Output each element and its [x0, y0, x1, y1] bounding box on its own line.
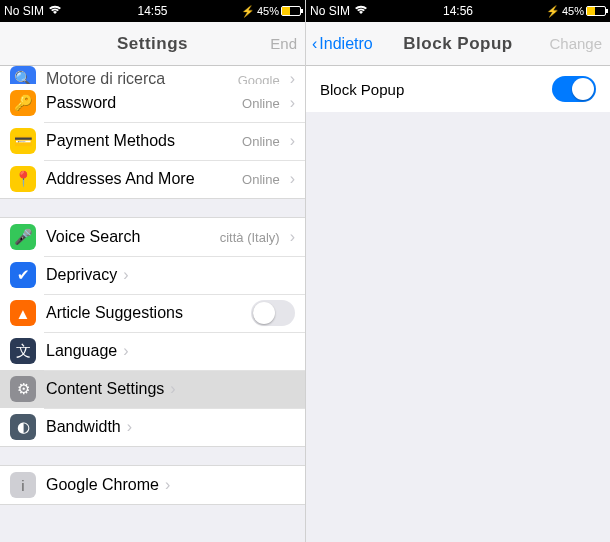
wifi-icon	[354, 4, 368, 18]
row-label: Content Settings	[46, 380, 164, 398]
row-label: Addresses And More	[46, 170, 195, 188]
clock-label: 14:56	[443, 4, 473, 18]
block-popup-toggle[interactable]	[552, 76, 596, 102]
settings-group-advanced: 🎤 Voice Search città (Italy) › ✔ Depriva…	[0, 217, 305, 447]
row-language[interactable]: 文 Language ›	[0, 332, 305, 370]
battery-pct: 45%	[562, 5, 584, 17]
row-bandwidth[interactable]: ◐ Bandwidth ›	[0, 408, 305, 446]
row-value: città (Italy)	[220, 230, 284, 245]
settings-screen: No SIM 14:55 ⚡ 45% Settings End 🔍 Motore…	[0, 0, 305, 542]
row-block-popup[interactable]: Block Popup	[306, 66, 610, 112]
row-value: Online	[242, 96, 284, 111]
row-label: Block Popup	[320, 81, 404, 98]
row-privacy[interactable]: ✔ Deprivacy ›	[0, 256, 305, 294]
chevron-right-icon: ›	[290, 94, 295, 112]
settings-group-about: i Google Chrome ›	[0, 465, 305, 505]
chevron-left-icon: ‹	[312, 35, 317, 53]
row-label: Bandwidth	[46, 418, 121, 436]
location-icon: 📍	[10, 166, 36, 192]
nav-change-button[interactable]: Change	[549, 35, 602, 52]
status-bar: No SIM 14:55 ⚡ 45%	[0, 0, 305, 22]
settings-group-basics: 🔍 Motore di ricerca Google › 🔑 Password …	[0, 66, 305, 199]
row-label: Article Suggestions	[46, 304, 183, 322]
row-payment-methods[interactable]: 💳 Payment Methods Online ›	[0, 122, 305, 160]
flame-icon: ▲	[10, 300, 36, 326]
settings-list: 🔍 Motore di ricerca Google › 🔑 Password …	[0, 66, 305, 542]
nav-title: Block Popup	[403, 34, 512, 54]
row-voice-search[interactable]: 🎤 Voice Search città (Italy) ›	[0, 218, 305, 256]
row-article-suggestions[interactable]: ▲ Article Suggestions	[0, 294, 305, 332]
back-label: Indietro	[319, 35, 372, 53]
translate-icon: 文	[10, 338, 36, 364]
battery-icon	[586, 6, 606, 16]
info-icon: i	[10, 472, 36, 498]
chevron-right-icon: ›	[290, 132, 295, 150]
mic-icon: 🎤	[10, 224, 36, 250]
row-label: Payment Methods	[46, 132, 175, 150]
block-popup-screen: No SIM 14:56 ⚡ 45% ‹ Indietro Block Popu…	[305, 0, 610, 542]
carrier-label: No SIM	[4, 4, 44, 18]
battery-pct: 45%	[257, 5, 279, 17]
chevron-right-icon: ›	[290, 228, 295, 246]
battery-icon	[281, 6, 301, 16]
content-area: Block Popup	[306, 66, 610, 112]
row-label: Google Chrome	[46, 476, 159, 494]
carrier-label: No SIM	[310, 4, 350, 18]
row-value: Online	[242, 172, 284, 187]
chevron-right-icon: ›	[165, 476, 170, 494]
row-addresses[interactable]: 📍 Addresses And More Online ›	[0, 160, 305, 198]
row-content-settings[interactable]: ⚙ Content Settings ›	[0, 370, 305, 408]
nav-bar: ‹ Indietro Block Popup Change	[306, 22, 610, 66]
gear-icon: ⚙	[10, 376, 36, 402]
row-password[interactable]: 🔑 Password Online ›	[0, 84, 305, 122]
row-label: Language	[46, 342, 117, 360]
wifi-icon	[48, 4, 62, 18]
chevron-right-icon: ›	[123, 342, 128, 360]
row-label: Password	[46, 94, 116, 112]
chevron-right-icon: ›	[170, 380, 175, 398]
nav-bar: Settings End	[0, 22, 305, 66]
gauge-icon: ◐	[10, 414, 36, 440]
row-about-chrome[interactable]: i Google Chrome ›	[0, 466, 305, 504]
nav-title: Settings	[117, 34, 188, 54]
row-label: Deprivacy	[46, 266, 117, 284]
key-icon: 🔑	[10, 90, 36, 116]
search-engine-icon: 🔍	[10, 66, 36, 84]
article-suggestions-toggle[interactable]	[251, 300, 295, 326]
chevron-right-icon: ›	[290, 70, 295, 84]
row-label: Motore di ricerca	[46, 70, 165, 84]
back-button[interactable]: ‹ Indietro	[312, 35, 373, 53]
clock-label: 14:55	[137, 4, 167, 18]
card-icon: 💳	[10, 128, 36, 154]
bolt-icon: ⚡	[241, 5, 255, 18]
row-label: Voice Search	[46, 228, 140, 246]
nav-done-button[interactable]: End	[270, 35, 297, 52]
row-search-engine[interactable]: 🔍 Motore di ricerca Google ›	[0, 66, 305, 84]
chevron-right-icon: ›	[123, 266, 128, 284]
status-bar: No SIM 14:56 ⚡ 45%	[306, 0, 610, 22]
row-value: Online	[242, 134, 284, 149]
row-value: Google	[238, 73, 284, 84]
bolt-icon: ⚡	[546, 5, 560, 18]
chevron-right-icon: ›	[290, 170, 295, 188]
chevron-right-icon: ›	[127, 418, 132, 436]
shield-icon: ✔	[10, 262, 36, 288]
